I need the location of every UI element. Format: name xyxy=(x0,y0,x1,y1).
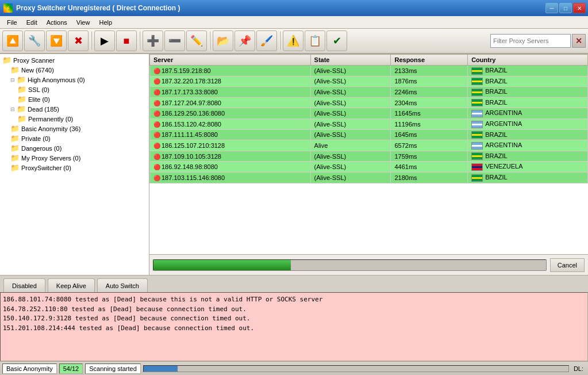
tree-item-new[interactable]: 📁 New (6740) xyxy=(1,65,148,75)
table-row[interactable]: 🔴186.153.120.42:8080 (Alive-SSL) 11196ms… xyxy=(150,118,588,129)
tab-keep-alive[interactable]: Keep Alive xyxy=(48,278,95,292)
tree-panel: 📁 Proxy Scanner 📁 New (6740) ⊟ 📁 High An… xyxy=(0,54,149,275)
cancel-button[interactable]: Cancel xyxy=(550,258,585,272)
table-row[interactable]: 🔴186.129.250.136:8080 (Alive-SSL) 11645m… xyxy=(150,108,588,119)
menu-actions[interactable]: Actions xyxy=(42,18,72,27)
tb-play-button[interactable]: ▶ xyxy=(94,30,115,51)
filter-area: ✕ xyxy=(490,34,586,48)
progress-bar-fill xyxy=(153,260,291,270)
cell-country: ARGENTINA xyxy=(468,118,588,129)
table-row[interactable]: 🔴187.32.220.178:3128 (Alive-SSL) 1876ms … xyxy=(150,76,588,87)
toolbar-separator-2 xyxy=(139,32,140,50)
cell-server: 🔴186.153.120.42:8080 xyxy=(150,118,311,129)
tb-tool-button[interactable]: 🔧 xyxy=(24,30,45,51)
status-progress-bar xyxy=(143,365,569,372)
table-row[interactable]: 🔴187.103.115.146:8080 (Alive-SSL) 2180ms… xyxy=(150,172,588,183)
log-line: 151.201.108.214:444 tested as [Dead] bec… xyxy=(3,324,585,334)
table-row[interactable]: 🔴186.125.107.210:3128 Alive 6572ms ARGEN… xyxy=(150,140,588,151)
tree-item-elite[interactable]: 📁 Elite (0) xyxy=(1,94,148,104)
progress-area: Cancel xyxy=(149,254,588,275)
cell-response: 2304ms xyxy=(391,97,468,108)
col-country[interactable]: Country xyxy=(468,55,588,66)
tb-delete-button[interactable]: ✖ xyxy=(68,30,89,51)
cell-response: 11196ms xyxy=(391,118,468,129)
tb-upload-button[interactable]: 🔼 xyxy=(2,30,23,51)
folder-icon: 📁 xyxy=(10,144,20,152)
filter-input[interactable] xyxy=(490,34,571,48)
tree-item-dead[interactable]: ⊟ 📁 Dead (185) xyxy=(1,104,148,114)
col-server[interactable]: Server xyxy=(150,55,311,66)
tb-edit-button[interactable]: ✏️ xyxy=(186,30,207,51)
status-category: Basic Anonymity xyxy=(2,363,57,374)
cell-response: 6572ms xyxy=(391,140,468,151)
cell-server: 🔴187.109.10.105:3128 xyxy=(150,151,311,162)
table-row[interactable]: 🔴186.92.148.98:8080 (Alive-SSL) 4461ms V… xyxy=(150,162,588,173)
col-response[interactable]: Response xyxy=(391,55,468,66)
folder-icon: 📁 xyxy=(17,105,26,113)
server-icon: 🔴 xyxy=(153,175,160,181)
tree-label: Permanently (0) xyxy=(28,116,73,123)
cell-country: BRAZIL xyxy=(468,129,588,140)
table-container[interactable]: Server State Response Country 🔴187.5.159… xyxy=(149,54,588,254)
cell-server: 🔴186.92.148.98:8080 xyxy=(150,162,311,173)
cell-server: 🔴186.125.107.210:3128 xyxy=(150,140,311,151)
table-row[interactable]: 🔴187.109.10.105:3128 (Alive-SSL) 1759ms … xyxy=(150,151,588,162)
menu-view[interactable]: View xyxy=(72,18,95,27)
tb-brush-button[interactable]: 🖌️ xyxy=(256,30,277,51)
brazil-flag xyxy=(471,89,483,96)
title-bar: ⚡ Proxy Switcher Unregistered ( Direct C… xyxy=(0,0,588,16)
tab-disabled[interactable]: Disabled xyxy=(3,278,45,292)
tb-download-button[interactable]: 🔽 xyxy=(46,30,67,51)
minimize-button[interactable]: ─ xyxy=(545,3,558,13)
tree-item-permanently[interactable]: 📁 Permanently (0) xyxy=(1,114,148,124)
table-row[interactable]: 🔴187.127.204.97:8080 (Alive-SSL) 2304ms … xyxy=(150,97,588,108)
table-row[interactable]: 🔴187.5.159.218:80 (Alive-SSL) 2133ms BRA… xyxy=(150,66,588,76)
cell-country: BRAZIL xyxy=(468,76,588,87)
menu-bar: File Edit Actions View Help xyxy=(0,16,588,29)
tree-item-private[interactable]: 📁 Private (0) xyxy=(1,133,148,143)
tb-list-button[interactable]: 📋 xyxy=(305,30,325,51)
tree-item-ssl[interactable]: 📁 SSL (0) xyxy=(1,85,148,94)
menu-file[interactable]: File xyxy=(2,18,22,27)
tree-item-proxy-scanner[interactable]: 📁 Proxy Scanner xyxy=(1,55,148,65)
cell-response: 2180ms xyxy=(391,172,468,183)
argentina-flag xyxy=(471,110,483,117)
filter-clear-button[interactable]: ✕ xyxy=(572,34,586,48)
tree-item-high-anonymous[interactable]: ⊟ 📁 High Anonymous (0) xyxy=(1,75,148,85)
tree-item-my-proxy[interactable]: 📁 My Proxy Servers (0) xyxy=(1,153,148,163)
tab-auto-switch[interactable]: Auto Switch xyxy=(97,278,148,292)
cell-country: ARGENTINA xyxy=(468,108,588,119)
log-area[interactable]: 186.88.101.74:8080 tested as [Dead] beca… xyxy=(0,292,588,361)
brazil-flag xyxy=(471,67,483,75)
tb-add-button[interactable]: ➕ xyxy=(143,30,163,51)
folder-icon: 📁 xyxy=(17,114,26,123)
folder-icon: 📁 xyxy=(10,154,20,162)
cell-state: (Alive-SSL) xyxy=(310,66,391,76)
tree-item-proxyswitcher[interactable]: 📁 ProxySwitcher (0) xyxy=(1,163,148,173)
tb-stop-button[interactable]: ■ xyxy=(116,30,137,51)
tree-item-dangerous[interactable]: 📁 Dangerous (0) xyxy=(1,143,148,153)
tb-pin-button[interactable]: 📌 xyxy=(235,30,255,51)
col-state[interactable]: State xyxy=(310,55,391,66)
tb-check-button[interactable]: ✔ xyxy=(326,30,347,51)
close-button[interactable]: ✕ xyxy=(573,3,586,13)
cell-state: (Alive-SSL) xyxy=(310,87,391,98)
cell-country: BRAZIL xyxy=(468,172,588,183)
tb-import-button[interactable]: 📂 xyxy=(213,30,233,51)
menu-help[interactable]: Help xyxy=(94,18,117,27)
toolbar-separator-4 xyxy=(279,32,280,50)
proxy-table: Server State Response Country 🔴187.5.159… xyxy=(149,54,588,183)
cell-server: 🔴187.17.173.33:8080 xyxy=(150,87,311,98)
maximize-button[interactable]: □ xyxy=(559,3,572,13)
menu-edit[interactable]: Edit xyxy=(22,18,42,27)
cell-response: 2133ms xyxy=(391,66,468,76)
server-icon: 🔴 xyxy=(153,78,160,85)
table-row[interactable]: 🔴187.17.173.33:8080 (Alive-SSL) 2246ms B… xyxy=(150,87,588,98)
tb-alert-button[interactable]: ⚠️ xyxy=(283,30,303,51)
tb-remove-button[interactable]: ➖ xyxy=(164,30,185,51)
cell-state: (Alive-SSL) xyxy=(310,151,391,162)
status-dl: DL: xyxy=(571,365,586,372)
tree-item-basic-anonymity[interactable]: 📁 Basic Anonymity (36) xyxy=(1,124,148,133)
table-row[interactable]: 🔴187.111.11.45:8080 (Alive-SSL) 1645ms B… xyxy=(150,129,588,140)
cell-server: 🔴187.32.220.178:3128 xyxy=(150,76,311,87)
